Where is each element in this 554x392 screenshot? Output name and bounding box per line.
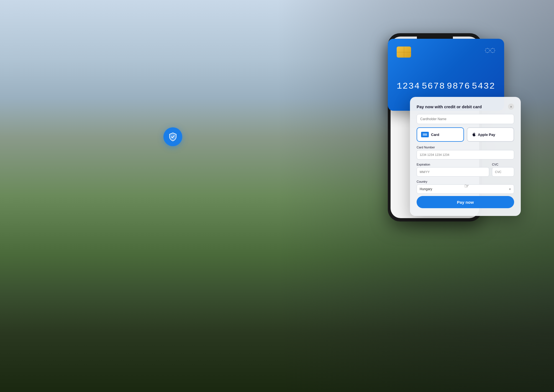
card-method-label: Card (431, 133, 439, 137)
security-badge (163, 127, 182, 146)
plants-background (388, 254, 554, 392)
card-number: 1234 5678 9876 5432 (397, 81, 495, 91)
pay-now-button[interactable]: Pay now (417, 196, 514, 208)
modal-title: Pay now with credit or debit card (417, 104, 482, 109)
cvc-field: CVC (492, 163, 514, 177)
payment-method-card[interactable]: Card (417, 127, 464, 142)
expiration-label: Expiration (417, 163, 489, 166)
shield-icon (168, 132, 178, 142)
cursor-pointer: ☞ (464, 183, 469, 189)
expiration-field: Expiration (417, 163, 489, 177)
card-number-input[interactable] (417, 150, 514, 159)
applepay-method-label: Apple Pay (478, 133, 495, 137)
card-chip (397, 47, 411, 58)
payment-methods-row: Card Apple Pay (417, 127, 514, 142)
card-nfc-icon: ◌◌ (485, 47, 495, 54)
card-method-icon (421, 132, 429, 137)
card-number-label: Card Number (417, 146, 514, 149)
exp-cvc-row: Expiration CVC (417, 163, 514, 177)
expiration-input[interactable] (417, 167, 489, 177)
card-number-field: Card Number (417, 146, 514, 159)
payment-method-applepay[interactable]: Apple Pay (467, 127, 514, 142)
card-icon-line-1 (423, 134, 427, 134)
payment-modal: Pay now with credit or debit card × Card… (410, 97, 521, 216)
card-icon-line-2 (423, 135, 427, 135)
cvc-input[interactable] (492, 167, 514, 177)
apple-icon (471, 132, 476, 137)
card-icon-lines (423, 134, 427, 135)
cvc-label: CVC (492, 163, 514, 166)
close-button[interactable]: × (508, 104, 514, 110)
cardholder-name-input[interactable] (417, 114, 514, 124)
modal-header: Pay now with credit or debit card × (417, 104, 514, 110)
